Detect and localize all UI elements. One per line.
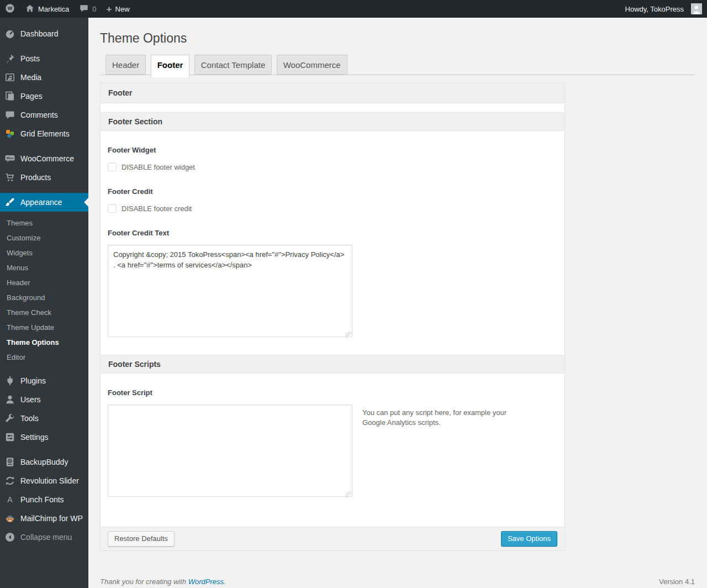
account-menu[interactable]: Howdy, TokoPress	[620, 0, 707, 18]
thanks-suffix: .	[224, 578, 226, 586]
settings-icon	[4, 432, 15, 443]
home-icon	[25, 3, 35, 15]
howdy-text: Howdy, TokoPress	[625, 5, 684, 13]
submenu-item-background[interactable]: Background	[0, 290, 88, 305]
submenu-item-themes[interactable]: Themes	[0, 216, 88, 230]
new-label: New	[115, 5, 130, 13]
grid-elements-icon	[4, 128, 15, 139]
admin-footer: Thank you for creating with WordPress. V…	[100, 578, 695, 586]
sidebar-item-label: Plugins	[20, 376, 46, 385]
media-icon	[4, 72, 15, 83]
sidebar-item-label: Pages	[20, 92, 43, 101]
footer-widget-checkbox-label[interactable]: DISABLE footer widget	[122, 163, 195, 171]
submenu-item-theme-options[interactable]: Theme Options	[0, 335, 88, 350]
site-name-link[interactable]: Marketica	[20, 0, 74, 18]
sidebar-item-settings[interactable]: Settings	[0, 428, 88, 447]
footer-credit-checkbox-label[interactable]: DISABLE footer credit	[122, 204, 192, 213]
tab-bar: Header Footer Contact Template WooCommer…	[100, 55, 695, 75]
submenu-item-editor[interactable]: Editor	[0, 350, 88, 365]
footer-credit-textarea-wrap: Copyright &copy; 2015 TokoPress<span><a …	[108, 245, 352, 339]
footer-widget-checkbox[interactable]	[108, 162, 117, 171]
avatar	[691, 3, 702, 14]
sidebar-item-backupbuddy[interactable]: BackupBuddy	[0, 453, 88, 471]
footer-script-help: You can put any script here, for example…	[362, 405, 528, 428]
sidebar-item-posts[interactable]: Posts	[0, 49, 88, 68]
svg-text:A: A	[7, 495, 13, 504]
sidebar-item-comments[interactable]: Comments	[0, 106, 88, 124]
new-content-link[interactable]: + New	[102, 0, 135, 18]
sidebar-item-grid-elements[interactable]: Grid Elements	[0, 124, 88, 143]
theme-options-panel: Footer Footer Section Footer Widget DISA…	[100, 82, 565, 551]
site-name: Marketica	[38, 5, 69, 13]
tab-contact-template[interactable]: Contact Template	[194, 55, 272, 75]
panel-action-bar: Restore Defaults Save Options	[101, 527, 564, 550]
svg-text:W: W	[8, 6, 13, 11]
tab-woocommerce[interactable]: WooCommerce	[277, 55, 347, 75]
comment-bubble-icon	[79, 3, 89, 15]
pages-icon	[4, 91, 15, 102]
tools-icon	[4, 413, 15, 424]
footer-script-textarea-wrap	[108, 405, 352, 499]
brush-icon	[4, 197, 15, 208]
sidebar-item-label: Users	[20, 395, 41, 404]
footer-widget-checkbox-row: DISABLE footer widget	[108, 162, 557, 171]
sidebar-item-label: Collapse menu	[20, 533, 72, 542]
sidebar-item-label: Punch Fonts	[20, 495, 64, 504]
submenu-item-menus[interactable]: Menus	[0, 260, 88, 275]
punch-fonts-icon: A	[4, 494, 15, 505]
wordpress-link[interactable]: WordPress	[188, 578, 224, 586]
sidebar-item-appearance[interactable]: Appearance	[0, 193, 88, 212]
sidebar-item-plugins[interactable]: Plugins	[0, 371, 88, 390]
sidebar-item-label: Revolution Slider	[20, 476, 79, 485]
sidebar-item-label: Grid Elements	[20, 129, 70, 138]
wordpress-logo-icon: W	[5, 3, 15, 15]
submenu-item-theme-check[interactable]: Theme Check	[0, 305, 88, 320]
sidebar-item-users[interactable]: Users	[0, 390, 88, 409]
save-options-button[interactable]: Save Options	[501, 531, 557, 547]
comments-icon	[4, 109, 15, 120]
page-title: Theme Options	[100, 18, 695, 46]
collapse-menu-button[interactable]: Collapse menu	[0, 528, 88, 547]
submenu-item-customize[interactable]: Customize	[0, 230, 88, 245]
sidebar-item-dashboard[interactable]: Dashboard	[0, 24, 88, 43]
wordpress-logo-menu[interactable]: W	[0, 0, 20, 18]
tab-footer[interactable]: Footer	[151, 55, 190, 77]
sidebar-item-mailchimp[interactable]: MailChimp for WP	[0, 509, 88, 528]
submenu-item-header[interactable]: Header	[0, 275, 88, 290]
sidebar-item-pages[interactable]: Pages	[0, 87, 88, 106]
footer-widget-label: Footer Widget	[108, 146, 557, 154]
sidebar-item-tools[interactable]: Tools	[0, 409, 88, 428]
sidebar-item-media[interactable]: Media	[0, 68, 88, 87]
admin-bar: W Marketica 0 + New Howdy, TokoPress	[0, 0, 707, 18]
sidebar-item-punch-fonts[interactable]: A Punch Fonts	[0, 490, 88, 509]
users-icon	[4, 394, 15, 405]
footer-scripts-body: Footer Script You can put any script her…	[101, 374, 564, 527]
sidebar-item-label: Appearance	[20, 198, 62, 207]
sidebar-item-label: Tools	[20, 414, 39, 423]
comment-count: 0	[92, 5, 96, 13]
backupbuddy-icon	[4, 456, 15, 468]
panel-spacer	[101, 103, 564, 112]
appearance-submenu: Themes Customize Widgets Menus Header Ba…	[0, 212, 88, 370]
sidebar-item-woocommerce[interactable]: Woo WooCommerce	[0, 149, 88, 168]
main-content: Theme Options Header Footer Contact Temp…	[88, 18, 707, 588]
sidebar-item-products[interactable]: Products	[0, 168, 88, 187]
thanks-text: Thank you for creating with WordPress.	[100, 578, 226, 586]
sidebar-item-label: Dashboard	[20, 29, 59, 38]
footer-scripts-header: Footer Scripts	[101, 355, 564, 374]
restore-defaults-button[interactable]: Restore Defaults	[108, 531, 175, 547]
revolution-slider-icon	[4, 475, 15, 486]
plugin-icon	[4, 375, 15, 386]
sidebar-item-label: Posts	[20, 54, 40, 63]
footer-script-textarea[interactable]	[108, 405, 352, 497]
version-text: Version 4.1	[659, 578, 695, 586]
footer-credit-textarea[interactable]: Copyright &copy; 2015 TokoPress<span><a …	[108, 245, 352, 337]
submenu-item-widgets[interactable]: Widgets	[0, 245, 88, 260]
tab-header[interactable]: Header	[105, 55, 146, 75]
footer-credit-checkbox[interactable]	[108, 204, 117, 213]
comments-admin-link[interactable]: 0	[74, 0, 101, 18]
sidebar-item-label: BackupBuddy	[20, 458, 68, 466]
sidebar-item-revolution-slider[interactable]: Revolution Slider	[0, 471, 88, 490]
footer-credit-checkbox-row: DISABLE footer credit	[108, 204, 557, 213]
submenu-item-theme-update[interactable]: Theme Update	[0, 320, 88, 335]
